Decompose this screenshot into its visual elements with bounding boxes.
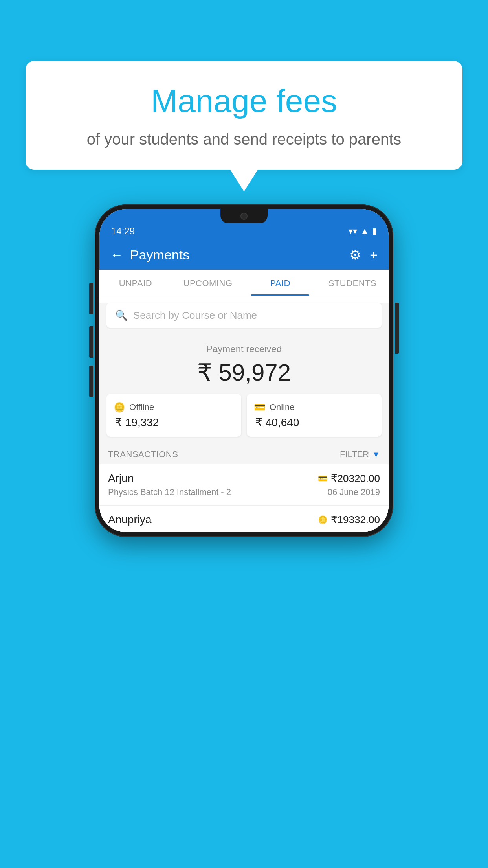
app-bar-right: ⚙ + — [349, 247, 378, 263]
back-button[interactable]: ← — [110, 248, 123, 262]
transaction-date: 06 June 2019 — [328, 487, 380, 497]
tab-unpaid[interactable]: UNPAID — [99, 270, 172, 296]
offline-card: 🪙 Offline ₹ 19,332 — [106, 394, 241, 437]
card-payment-icon: 💳 — [318, 474, 328, 483]
manage-fees-subtitle: of your students and send receipts to pa… — [49, 128, 439, 150]
cards-row: 🪙 Offline ₹ 19,332 💳 Online ₹ 40,640 — [99, 394, 389, 444]
transaction-row-1: Arjun 💳 ₹20320.00 — [108, 472, 380, 485]
search-bar[interactable]: 🔍 Search by Course or Name — [106, 303, 382, 328]
transaction-amount-row: 💳 ₹20320.00 — [318, 473, 380, 485]
app-title: Payments — [130, 247, 189, 263]
settings-icon[interactable]: ⚙ — [349, 247, 361, 263]
online-card-header: 💳 Online — [254, 402, 374, 413]
transaction-item[interactable]: Arjun 💳 ₹20320.00 Physics Batch 12 Insta… — [99, 464, 389, 506]
cash-payment-icon: 🪙 — [318, 515, 328, 524]
app-bar-left: ← Payments — [110, 247, 189, 263]
transaction-amount-2: ₹19332.00 — [331, 514, 380, 526]
app-bar: ← Payments ⚙ + — [99, 240, 389, 270]
status-time: 14:29 — [111, 226, 135, 237]
tab-upcoming[interactable]: UPCOMING — [172, 270, 244, 296]
transaction-name: Arjun — [108, 472, 134, 485]
wifi-icon: ▾▾ — [349, 226, 357, 236]
phone-notch — [220, 209, 268, 223]
payment-summary: Payment received ₹ 59,972 — [99, 333, 389, 394]
payment-received-label: Payment received — [107, 344, 381, 355]
phone-outer: 14:29 ▾▾ ▲ ▮ ← Payments ⚙ + — [95, 204, 393, 537]
transaction-row-2: Physics Batch 12 Installment - 2 06 June… — [108, 487, 380, 497]
transactions-label: TRANSACTIONS — [108, 449, 178, 460]
add-button[interactable]: + — [370, 247, 378, 263]
transaction-row-1-partial: Anupriya 🪙 ₹19332.00 — [108, 513, 380, 526]
tabs: UNPAID UPCOMING PAID STUDENTS — [99, 270, 389, 296]
tab-students[interactable]: STUDENTS — [316, 270, 389, 296]
transaction-item-partial[interactable]: Anupriya 🪙 ₹19332.00 — [99, 506, 389, 532]
signal-icon: ▲ — [360, 226, 369, 236]
filter-icon: ▼ — [372, 450, 380, 459]
phone-screen: 14:29 ▾▾ ▲ ▮ ← Payments ⚙ + — [99, 209, 389, 532]
online-amount: ₹ 40,640 — [254, 416, 374, 429]
transaction-amount: ₹20320.00 — [331, 473, 380, 485]
offline-amount: ₹ 19,332 — [114, 416, 234, 429]
manage-fees-title: Manage fees — [49, 83, 439, 120]
phone-container: 14:29 ▾▾ ▲ ▮ ← Payments ⚙ + — [95, 204, 393, 537]
speech-bubble-container: Manage fees of your students and send re… — [26, 61, 462, 191]
online-label: Online — [270, 402, 295, 412]
tab-paid[interactable]: PAID — [244, 270, 316, 296]
content-area: 🔍 Search by Course or Name Payment recei… — [99, 303, 389, 532]
search-icon: 🔍 — [115, 309, 128, 322]
filter-button[interactable]: FILTER ▼ — [340, 449, 380, 460]
offline-card-header: 🪙 Offline — [114, 402, 234, 413]
transactions-header: TRANSACTIONS FILTER ▼ — [99, 444, 389, 464]
battery-icon: ▮ — [372, 226, 377, 236]
status-icons: ▾▾ ▲ ▮ — [349, 226, 377, 236]
total-amount: ₹ 59,972 — [107, 359, 381, 386]
transaction-name-2: Anupriya — [108, 513, 152, 526]
transaction-course: Physics Batch 12 Installment - 2 — [108, 487, 231, 497]
offline-icon: 🪙 — [114, 402, 125, 413]
online-icon: 💳 — [254, 402, 266, 413]
transaction-amount-row-2: 🪙 ₹19332.00 — [318, 514, 380, 526]
online-card: 💳 Online ₹ 40,640 — [247, 394, 382, 437]
filter-label: FILTER — [340, 449, 369, 460]
bubble-tail — [230, 170, 258, 191]
search-placeholder: Search by Course or Name — [133, 309, 257, 322]
speech-bubble: Manage fees of your students and send re… — [26, 61, 462, 170]
offline-label: Offline — [129, 402, 154, 412]
camera — [240, 213, 248, 220]
